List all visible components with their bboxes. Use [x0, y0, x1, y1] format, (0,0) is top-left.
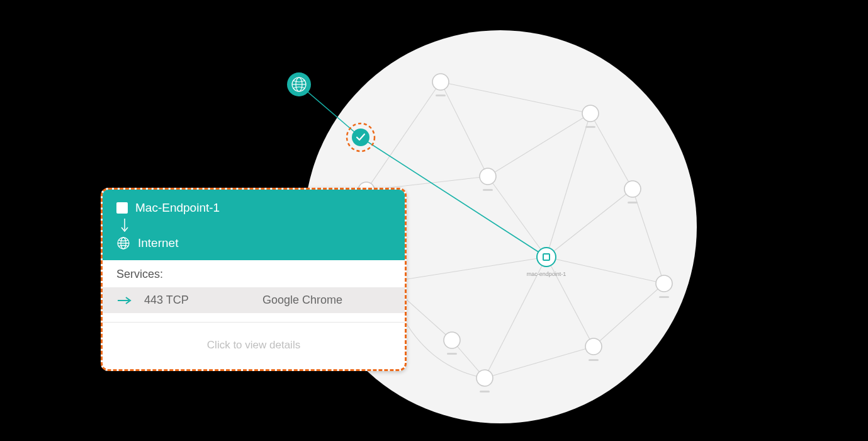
arrow-down-icon [119, 217, 130, 234]
globe-icon [116, 236, 130, 250]
services-heading: Services: [103, 260, 405, 287]
svg-rect-32 [585, 126, 595, 128]
endpoint-icon [116, 202, 128, 214]
dest-row: Internet [116, 236, 391, 250]
card-body: Services: 443 TCP Google Chrome Click to… [103, 260, 405, 369]
connection-info-card[interactable]: Mac-Endpoint-1 Internet Services: [101, 188, 407, 371]
service-row[interactable]: 443 TCP Google Chrome [103, 287, 405, 313]
arrow-right-icon [116, 296, 133, 305]
svg-point-21 [480, 168, 496, 185]
svg-point-24 [656, 275, 672, 292]
dest-label: Internet [138, 236, 178, 250]
service-app: Google Chrome [244, 294, 391, 307]
source-row: Mac-Endpoint-1 [116, 201, 391, 215]
internet-node[interactable] [287, 72, 311, 96]
source-label: Mac-Endpoint-1 [135, 201, 220, 215]
selected-node-label: mac-endpoint-1 [527, 271, 566, 277]
svg-rect-29 [436, 94, 446, 96]
svg-rect-33 [628, 202, 638, 203]
card-header: Mac-Endpoint-1 Internet [103, 190, 405, 260]
svg-point-27 [476, 370, 493, 386]
svg-rect-37 [480, 391, 490, 392]
svg-rect-31 [483, 189, 493, 191]
svg-point-47 [537, 248, 556, 266]
service-port: 443 TCP [144, 294, 232, 307]
svg-rect-34 [659, 296, 669, 298]
svg-rect-36 [447, 353, 457, 355]
svg-point-28 [585, 338, 602, 355]
view-details-cta[interactable]: Click to view details [103, 323, 405, 369]
svg-point-22 [582, 105, 599, 122]
svg-point-23 [624, 181, 641, 197]
svg-point-46 [352, 129, 369, 146]
svg-rect-38 [589, 359, 599, 361]
svg-point-26 [444, 332, 460, 348]
svg-point-19 [432, 74, 449, 90]
